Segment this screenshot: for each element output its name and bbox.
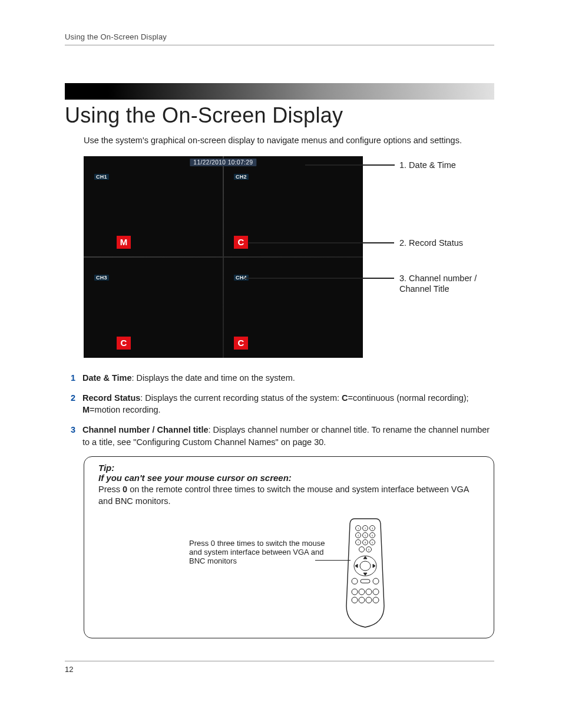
footer-rule bbox=[65, 661, 494, 661]
list-text: : Displays the current recording status … bbox=[140, 393, 342, 403]
callout-line-1 bbox=[305, 164, 395, 166]
list-item-1: 1 Date & Time: Displays the date and tim… bbox=[65, 372, 494, 384]
list-item-2: 2 Record Status: Displays the current re… bbox=[65, 392, 494, 416]
osd-record-status-3: C bbox=[117, 337, 131, 350]
callout-3: 3. Channel number / Channel Title bbox=[399, 273, 494, 295]
osd-channel-label-1: CH1 bbox=[94, 174, 109, 180]
osd-figure: 11/22/2010 10:07:29 CH1 CH2 CH3 CH4 M C … bbox=[84, 156, 494, 358]
svg-point-20 bbox=[352, 597, 358, 603]
tip-connector-line bbox=[315, 560, 351, 561]
osd-record-status-1: M bbox=[117, 236, 131, 249]
tip-caption: Press 0 three times to switch the mouse … bbox=[189, 518, 339, 565]
tip-body: Press 0 on the remote control three time… bbox=[98, 484, 480, 507]
page-number: 12 bbox=[65, 665, 494, 674]
tip-figure: Press 0 three times to switch the mouse … bbox=[98, 518, 480, 630]
svg-point-21 bbox=[359, 597, 365, 603]
list-text: =motion recording. bbox=[90, 405, 161, 414]
callout-1: 1. Date & Time bbox=[399, 160, 456, 171]
remote-control-icon: 123 456 789 0 bbox=[342, 518, 389, 630]
list-body: Date & Time: Displays the date and time … bbox=[82, 372, 494, 384]
osd-channel-label-3: CH3 bbox=[94, 275, 109, 281]
svg-point-14 bbox=[373, 578, 379, 584]
osd-channel-label-2: CH2 bbox=[234, 174, 249, 180]
svg-point-16 bbox=[352, 589, 358, 595]
osd-record-status-4: C bbox=[234, 337, 248, 350]
callout-2: 2. Record Status bbox=[399, 238, 463, 249]
section-banner-gradient bbox=[65, 83, 494, 100]
list-body: Record Status: Displays the current reco… bbox=[82, 392, 494, 416]
list-text: =continuous (normal recording); bbox=[348, 393, 469, 403]
svg-point-22 bbox=[366, 597, 372, 603]
list-item-3: 3 Channel number / Channel title: Displa… bbox=[65, 424, 494, 448]
svg-point-17 bbox=[359, 589, 365, 595]
svg-point-9 bbox=[359, 547, 365, 552]
callout-line-2 bbox=[249, 242, 394, 243]
svg-point-13 bbox=[352, 578, 358, 584]
list-term: Channel number / Channel title bbox=[82, 425, 209, 434]
list-number: 1 bbox=[65, 372, 75, 384]
list-term: Date & Time bbox=[82, 373, 132, 383]
svg-point-19 bbox=[373, 589, 379, 595]
list-number: 2 bbox=[65, 392, 75, 416]
callout-line-3 bbox=[244, 278, 394, 279]
osd-gridline-horizontal bbox=[84, 256, 363, 258]
page-title: Using the On-Screen Display bbox=[65, 103, 494, 128]
list-body: Channel number / Channel title: Displays… bbox=[82, 424, 494, 448]
list-number: 3 bbox=[65, 424, 75, 448]
svg-rect-15 bbox=[361, 579, 370, 583]
intro-paragraph: Use the system's graphical on-screen dis… bbox=[84, 135, 494, 147]
running-header: Using the On-Screen Display bbox=[65, 32, 494, 41]
list-text: : Displays the date and time on the syst… bbox=[132, 373, 295, 383]
numbered-list: 1 Date & Time: Displays the date and tim… bbox=[65, 372, 494, 448]
osd-record-status-2: C bbox=[234, 236, 248, 249]
tip-text: on the remote control three times to swi… bbox=[98, 485, 469, 506]
list-term: Record Status bbox=[82, 393, 140, 403]
tip-text: Press bbox=[98, 485, 123, 494]
tip-heading: Tip: bbox=[98, 463, 480, 473]
svg-point-18 bbox=[366, 589, 372, 595]
tip-key-zero: 0 bbox=[123, 485, 127, 494]
svg-point-23 bbox=[373, 597, 379, 603]
tip-box: Tip: If you can't see your mouse cursor … bbox=[84, 456, 494, 638]
header-rule bbox=[65, 45, 494, 45]
list-symbol-c: C bbox=[342, 393, 348, 403]
list-symbol-m: M bbox=[82, 405, 90, 414]
tip-subheading: If you can't see your mouse cursor on sc… bbox=[98, 473, 480, 483]
manual-page: Using the On-Screen Display Using the On… bbox=[0, 0, 562, 728]
osd-datetime: 11/22/2010 10:07:29 bbox=[190, 159, 256, 166]
osd-screenshot: 11/22/2010 10:07:29 CH1 CH2 CH3 CH4 M C … bbox=[84, 156, 363, 358]
